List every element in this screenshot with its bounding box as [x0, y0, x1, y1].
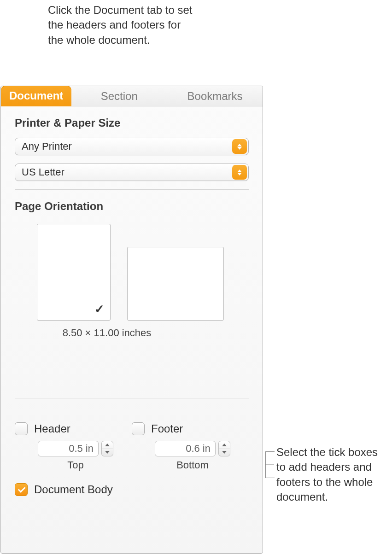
chevron-down-icon[interactable] — [102, 449, 113, 456]
orientation-section: Page Orientation ✓ 8.50 × 11.00 inches — [15, 189, 249, 398]
tab-document-label: Document — [9, 89, 63, 102]
tab-section[interactable]: Section — [71, 87, 167, 106]
paper-size-dropdown[interactable]: US Letter — [15, 164, 249, 181]
orientation-landscape[interactable] — [127, 247, 224, 321]
header-footer-section: Header 0.5 in Top Footer 0.6 in — [15, 398, 249, 504]
printer-dropdown[interactable]: Any Printer — [15, 138, 249, 155]
paper-size-value: US Letter — [22, 166, 64, 178]
callout-tickboxes: Select the tick boxes to add headers and… — [276, 445, 387, 505]
document-body-checkbox[interactable] — [15, 483, 28, 496]
tab-section-label: Section — [101, 90, 138, 103]
printer-paper-section: Printer & Paper Size Any Printer US Lett… — [1, 106, 263, 189]
footer-margin-buttons[interactable] — [218, 441, 230, 456]
header-margin-value[interactable]: 0.5 in — [38, 441, 99, 456]
checkmark-icon: ✓ — [94, 302, 105, 316]
footer-label: Footer — [151, 422, 183, 435]
stepper-icon — [232, 139, 247, 154]
tab-document[interactable]: Document — [1, 86, 71, 106]
header-label: Header — [34, 422, 70, 435]
header-checkbox[interactable] — [15, 422, 28, 435]
orientation-portrait[interactable]: ✓ — [37, 224, 111, 321]
printer-paper-title: Printer & Paper Size — [15, 117, 249, 129]
chevron-down-icon[interactable] — [219, 449, 230, 456]
orientation-options: ✓ — [15, 221, 249, 321]
footer-margin-caption: Bottom — [155, 459, 230, 471]
stepper-icon — [232, 165, 247, 180]
callout-leader-right — [265, 451, 275, 478]
chevron-up-icon[interactable] — [102, 441, 113, 449]
orientation-title: Page Orientation — [15, 200, 249, 213]
document-inspector-panel: Document Section Bookmarks Printer & Pap… — [0, 86, 263, 554]
document-body-label: Document Body — [34, 483, 113, 496]
footer-margin-value[interactable]: 0.6 in — [155, 441, 216, 456]
header-margin-stepper[interactable]: 0.5 in — [38, 441, 113, 456]
footer-margin-stepper[interactable]: 0.6 in — [155, 441, 230, 456]
footer-checkbox[interactable] — [132, 422, 145, 435]
header-margin-caption: Top — [38, 459, 113, 471]
callout-leader-top — [44, 71, 44, 86]
printer-value: Any Printer — [22, 140, 72, 152]
page-size-text: 8.50 × 11.00 inches — [15, 327, 181, 339]
callout-document-tab: Click the Document tab to set the header… — [48, 3, 195, 47]
inspector-tabs: Document Section Bookmarks — [1, 86, 263, 106]
chevron-up-icon[interactable] — [219, 441, 230, 449]
header-margin-buttons[interactable] — [101, 441, 113, 456]
tab-bookmarks[interactable]: Bookmarks — [167, 87, 263, 106]
tab-bookmarks-label: Bookmarks — [187, 90, 243, 103]
